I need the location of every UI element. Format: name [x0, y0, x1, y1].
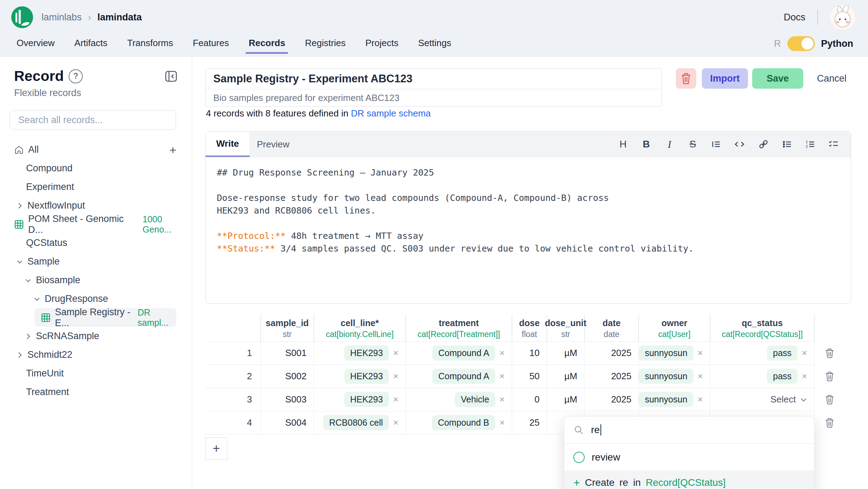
- heading-icon[interactable]: H: [618, 139, 628, 150]
- column-header-owner[interactable]: ownercat[User]: [639, 315, 710, 342]
- cell-dose[interactable]: 50: [512, 365, 547, 388]
- dropdown-search-query[interactable]: re: [591, 424, 600, 436]
- value-chip[interactable]: Compound A: [432, 369, 495, 384]
- nav-tab-overview[interactable]: Overview: [17, 38, 55, 53]
- cell-treatment[interactable]: Compound B×: [406, 411, 512, 434]
- cell-sample-id[interactable]: S004: [261, 411, 314, 434]
- dropdown-search-row[interactable]: re: [564, 417, 814, 444]
- remove-chip-icon[interactable]: ×: [499, 371, 505, 382]
- value-chip[interactable]: RCB0806 cell: [323, 415, 389, 430]
- cell-treatment[interactable]: Compound A×: [406, 342, 512, 365]
- remove-chip-icon[interactable]: ×: [393, 394, 398, 405]
- cell-owner[interactable]: sunnyosun×: [639, 342, 710, 365]
- schema-link[interactable]: DR sample schema: [351, 108, 431, 119]
- link-icon[interactable]: [758, 139, 769, 150]
- tree-item-scrnasample[interactable]: ScRNASample: [0, 327, 192, 345]
- import-button[interactable]: Import: [702, 68, 748, 89]
- tree-item-treatment[interactable]: Treatment: [0, 383, 192, 401]
- chevron-down-icon[interactable]: [33, 296, 40, 302]
- cell-treatment[interactable]: Compound A×: [406, 365, 512, 388]
- bold-icon[interactable]: B: [641, 139, 652, 150]
- cell-sample-id[interactable]: S003: [261, 388, 314, 411]
- value-chip[interactable]: sunnyosun: [639, 345, 693, 361]
- value-chip[interactable]: HEK293: [344, 345, 389, 361]
- blockquote-icon[interactable]: [711, 139, 721, 150]
- column-header-qc-status[interactable]: qc_statuscat[Record[QCStatus]]: [710, 315, 814, 342]
- cell-dose-unit[interactable]: µM: [547, 388, 585, 411]
- nav-tab-registries[interactable]: Registries: [305, 38, 346, 53]
- column-header-dose[interactable]: dosefloat: [512, 315, 547, 342]
- cell-owner[interactable]: sunnyosun×: [639, 365, 710, 388]
- tree-item-sample[interactable]: Sample: [0, 252, 192, 271]
- chevron-right-icon[interactable]: [25, 332, 32, 340]
- bullet-list-icon[interactable]: [782, 139, 792, 150]
- value-chip[interactable]: pass: [767, 369, 798, 384]
- tree-item-qcstatus[interactable]: QCStatus: [0, 234, 192, 252]
- toggle-label-python[interactable]: Python: [821, 38, 854, 49]
- cell-cell-line[interactable]: RCB0806 cell×: [314, 411, 406, 434]
- lamin-logo-icon[interactable]: [11, 6, 34, 29]
- value-chip[interactable]: sunnyosun: [639, 392, 693, 407]
- tree-item-timeunit[interactable]: TimeUnit: [0, 364, 192, 383]
- cell-owner[interactable]: sunnyosun×: [639, 388, 710, 411]
- nav-tab-transforms[interactable]: Transforms: [127, 38, 173, 53]
- tree-item-all[interactable]: All +: [0, 140, 192, 159]
- help-icon[interactable]: ?: [69, 69, 83, 83]
- delete-row-button[interactable]: [814, 342, 853, 365]
- cell-dose[interactable]: 25: [512, 411, 547, 434]
- tree-item-schmidt22[interactable]: Schmidt22: [0, 345, 192, 364]
- cell-qc-status-select[interactable]: Select: [710, 388, 814, 411]
- user-avatar[interactable]: [830, 5, 855, 30]
- delete-row-button[interactable]: [814, 411, 853, 434]
- chevron-right-icon[interactable]: [16, 202, 23, 210]
- add-record-type-icon[interactable]: +: [169, 144, 176, 156]
- markdown-textarea[interactable]: ## Drug Response Screening — January 202…: [206, 157, 851, 264]
- dropdown-option-review[interactable]: review: [564, 446, 814, 469]
- delete-record-button[interactable]: [676, 68, 696, 89]
- strikethrough-icon[interactable]: S: [687, 139, 698, 150]
- cancel-button[interactable]: Cancel: [812, 68, 851, 89]
- numbered-list-icon[interactable]: 12: [805, 139, 816, 150]
- nav-tab-settings[interactable]: Settings: [418, 38, 451, 53]
- remove-chip-icon[interactable]: ×: [393, 348, 398, 358]
- remove-chip-icon[interactable]: ×: [698, 371, 703, 382]
- tree-item-pom-sheet[interactable]: POM Sheet - Genomic D... 1000 Geno...: [0, 215, 192, 234]
- column-header-date[interactable]: datedate: [585, 315, 639, 342]
- cell-dose[interactable]: 0: [512, 388, 547, 411]
- delete-row-button[interactable]: [814, 388, 853, 411]
- cell-cell-line[interactable]: HEK293×: [314, 388, 406, 411]
- cell-cell-line[interactable]: HEK293×: [314, 365, 406, 388]
- code-icon[interactable]: [734, 139, 745, 150]
- value-chip[interactable]: Compound A: [432, 345, 495, 361]
- cell-date[interactable]: 2025: [585, 365, 639, 388]
- tree-item-experiment[interactable]: Experiment: [0, 178, 192, 196]
- tree-item-biosample[interactable]: Biosample: [0, 271, 192, 290]
- remove-chip-icon[interactable]: ×: [698, 394, 703, 405]
- tree-item-sample-registry-selected[interactable]: Sample Registry - E... DR sampl...: [34, 308, 176, 327]
- r-python-toggle[interactable]: [787, 36, 815, 51]
- docs-link[interactable]: Docs: [784, 12, 805, 23]
- nav-tab-records[interactable]: Records: [249, 38, 285, 53]
- chevron-down-icon[interactable]: [25, 278, 32, 283]
- cell-date[interactable]: 2025: [585, 388, 639, 411]
- dropdown-create-option[interactable]: + Create re in Record[QCStatus]: [564, 470, 814, 489]
- remove-chip-icon[interactable]: ×: [393, 417, 398, 428]
- column-header-sample-id[interactable]: sample_idstr: [261, 315, 314, 342]
- remove-chip-icon[interactable]: ×: [802, 371, 807, 382]
- cell-dose-unit[interactable]: µM: [547, 342, 585, 365]
- add-row-button[interactable]: +: [205, 437, 227, 460]
- search-records-input[interactable]: [10, 110, 176, 130]
- remove-chip-icon[interactable]: ×: [499, 394, 505, 405]
- chevron-down-icon[interactable]: [16, 259, 23, 265]
- cell-sample-id[interactable]: S002: [261, 365, 314, 388]
- remove-chip-icon[interactable]: ×: [802, 348, 807, 358]
- cell-qc-status[interactable]: pass×: [710, 365, 814, 388]
- task-list-icon[interactable]: [828, 139, 839, 150]
- value-chip[interactable]: Vehicle: [455, 392, 495, 407]
- cell-sample-id[interactable]: S001: [261, 342, 314, 365]
- value-chip[interactable]: sunnyosun: [639, 369, 693, 384]
- cell-dose[interactable]: 10: [512, 342, 547, 365]
- remove-chip-icon[interactable]: ×: [499, 417, 505, 428]
- breadcrumb-instance[interactable]: lamindata: [98, 12, 142, 23]
- toggle-label-r[interactable]: R: [774, 38, 781, 49]
